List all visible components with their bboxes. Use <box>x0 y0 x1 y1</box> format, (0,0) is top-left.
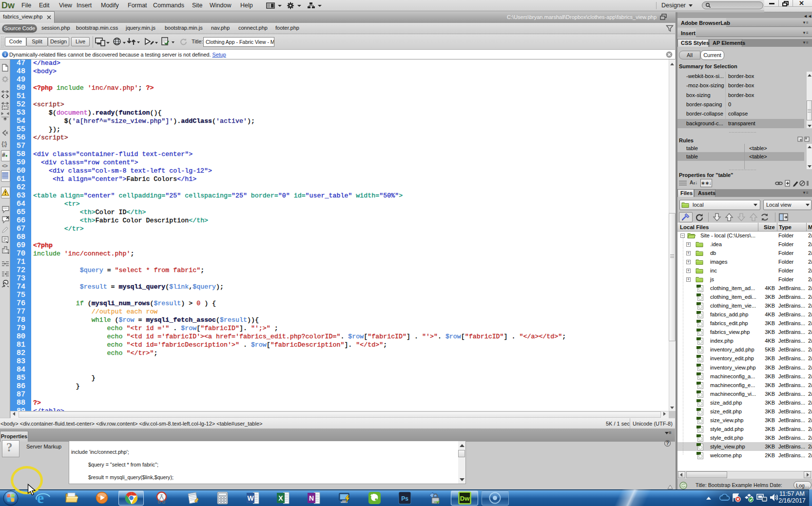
svg-text:Dw: Dw <box>460 495 470 502</box>
svg-text:W: W <box>247 494 254 502</box>
svg-text:X: X <box>278 494 283 502</box>
svg-text:Ps: Ps <box>401 495 408 502</box>
svg-text:e: e <box>37 490 44 506</box>
svg-text:N: N <box>309 494 314 502</box>
